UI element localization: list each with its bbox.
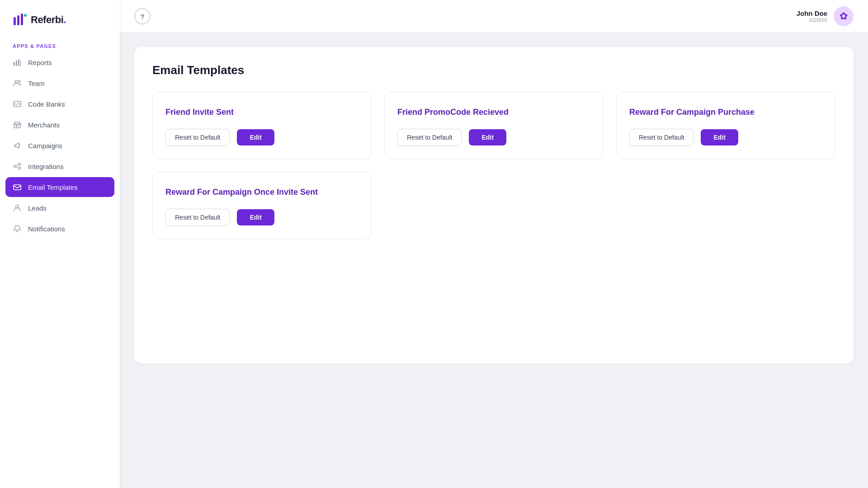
sidebar-logo: Referbi. bbox=[0, 0, 120, 36]
sidebar-item-reports[interactable]: Reports bbox=[5, 52, 114, 72]
users-icon bbox=[13, 79, 22, 88]
sidebar-item-integrations[interactable]: Integrations bbox=[5, 156, 114, 176]
help-button[interactable]: ? bbox=[134, 8, 151, 24]
header-right: John Doe ADMIN ✿ bbox=[797, 6, 854, 26]
user-name: John Doe bbox=[797, 9, 827, 17]
sidebar-item-leads-label: Leads bbox=[28, 204, 47, 212]
svg-rect-4 bbox=[14, 62, 15, 66]
sidebar-item-leads[interactable]: Leads bbox=[5, 198, 114, 218]
help-icon: ? bbox=[140, 13, 144, 20]
header-left: ? bbox=[134, 8, 151, 24]
template-grid-row2: Reward For Campaign Once Invite Sent Res… bbox=[152, 172, 835, 239]
sidebar-item-notifications-label: Notifications bbox=[28, 225, 65, 233]
template-title-friend-invite-sent: Friend Invite Sent bbox=[165, 107, 359, 118]
code-banks-icon bbox=[13, 99, 22, 108]
avatar-icon: ✿ bbox=[840, 10, 848, 22]
template-card-actions-3: Reset to Default Edit bbox=[165, 209, 359, 226]
reset-button-reward-campaign-invite[interactable]: Reset to Default bbox=[165, 209, 230, 226]
sidebar-item-team-label: Team bbox=[28, 80, 45, 87]
edit-button-friend-invite-sent[interactable]: Edit bbox=[237, 129, 274, 145]
reset-button-reward-campaign-purchase[interactable]: Reset to Default bbox=[629, 129, 693, 146]
svg-rect-1 bbox=[17, 15, 19, 25]
merchants-icon bbox=[13, 120, 22, 129]
main-area: ? John Doe ADMIN ✿ Email Templates Frien… bbox=[120, 0, 868, 488]
content-card: Email Templates Friend Invite Sent Reset… bbox=[134, 47, 854, 363]
svg-point-14 bbox=[19, 167, 21, 169]
integrations-icon bbox=[13, 162, 22, 171]
campaigns-icon bbox=[13, 141, 22, 150]
sidebar-item-reports-label: Reports bbox=[28, 59, 52, 66]
sidebar-item-campaigns[interactable]: Campaigns bbox=[5, 136, 114, 155]
template-title-reward-campaign-invite: Reward For Campaign Once Invite Sent bbox=[165, 187, 359, 198]
sidebar-item-notifications[interactable]: Notifications bbox=[5, 219, 114, 239]
user-role: ADMIN bbox=[797, 17, 827, 23]
user-info: John Doe ADMIN bbox=[797, 9, 827, 23]
svg-point-12 bbox=[14, 165, 16, 168]
template-card-reward-campaign-purchase: Reward For Campaign Purchase Reset to De… bbox=[616, 92, 835, 159]
reset-button-friend-promocode-received[interactable]: Reset to Default bbox=[397, 129, 462, 146]
svg-rect-7 bbox=[20, 61, 21, 66]
template-card-actions-0: Reset to Default Edit bbox=[165, 129, 359, 146]
reset-button-friend-invite-sent[interactable]: Reset to Default bbox=[165, 129, 230, 146]
svg-rect-5 bbox=[16, 61, 17, 66]
bar-chart-icon bbox=[13, 58, 22, 67]
sidebar-item-team[interactable]: Team bbox=[5, 73, 114, 93]
sidebar-item-email-templates[interactable]: Email Templates bbox=[5, 177, 114, 197]
template-grid-row1: Friend Invite Sent Reset to Default Edit… bbox=[152, 92, 835, 159]
sidebar-item-merchants[interactable]: Merchants bbox=[5, 115, 114, 135]
leads-icon bbox=[13, 203, 22, 212]
svg-point-8 bbox=[15, 80, 18, 83]
svg-point-13 bbox=[19, 163, 21, 165]
svg-point-3 bbox=[24, 14, 27, 17]
template-card-friend-invite-sent: Friend Invite Sent Reset to Default Edit bbox=[152, 92, 372, 159]
sidebar-section-label: APPS & PAGES bbox=[0, 36, 120, 52]
edit-button-reward-campaign-invite[interactable]: Edit bbox=[237, 209, 274, 225]
edit-button-friend-promocode-received[interactable]: Edit bbox=[469, 129, 506, 145]
svg-rect-0 bbox=[14, 17, 16, 25]
sidebar-nav: Reports Team Code Banks bbox=[0, 52, 120, 239]
content-area: Email Templates Friend Invite Sent Reset… bbox=[120, 33, 868, 488]
sidebar-item-code-banks-label: Code Banks bbox=[28, 100, 65, 108]
template-card-friend-promocode-received: Friend PromoCode Recieved Reset to Defau… bbox=[384, 92, 604, 159]
sidebar-item-email-templates-label: Email Templates bbox=[28, 183, 78, 191]
svg-rect-6 bbox=[18, 59, 19, 66]
template-card-actions-1: Reset to Default Edit bbox=[397, 129, 590, 146]
template-card-actions-2: Reset to Default Edit bbox=[629, 129, 822, 146]
sidebar-item-integrations-label: Integrations bbox=[28, 163, 63, 170]
page-title: Email Templates bbox=[152, 63, 835, 77]
referbi-logo-icon bbox=[13, 13, 27, 27]
template-card-reward-campaign-invite: Reward For Campaign Once Invite Sent Res… bbox=[152, 172, 372, 239]
sidebar-item-merchants-label: Merchants bbox=[28, 121, 60, 129]
svg-point-9 bbox=[19, 80, 20, 82]
notifications-icon bbox=[13, 224, 22, 233]
template-title-reward-campaign-purchase: Reward For Campaign Purchase bbox=[629, 107, 822, 118]
template-title-friend-promocode-received: Friend PromoCode Recieved bbox=[397, 107, 590, 118]
email-icon bbox=[13, 183, 22, 192]
logo-text: Referbi. bbox=[31, 14, 66, 26]
svg-rect-15 bbox=[14, 185, 21, 190]
sidebar-item-code-banks[interactable]: Code Banks bbox=[5, 94, 114, 114]
sidebar-item-campaigns-label: Campaigns bbox=[28, 142, 62, 150]
top-header: ? John Doe ADMIN ✿ bbox=[120, 0, 868, 33]
avatar[interactable]: ✿ bbox=[834, 6, 854, 26]
edit-button-reward-campaign-purchase[interactable]: Edit bbox=[701, 129, 738, 145]
sidebar: Referbi. APPS & PAGES Reports bbox=[0, 0, 120, 488]
svg-rect-2 bbox=[21, 14, 23, 25]
